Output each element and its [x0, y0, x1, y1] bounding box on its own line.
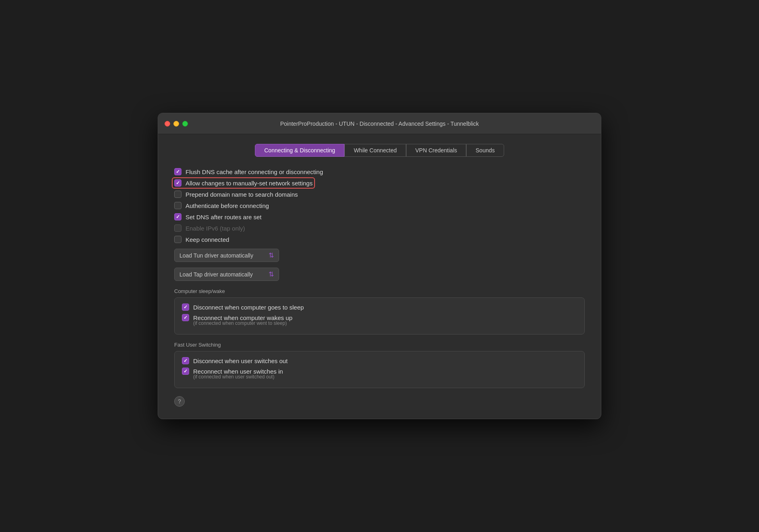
window-title: PointerProProduction - UTUN - Disconnect… [280, 121, 479, 127]
maximize-button[interactable] [182, 121, 188, 127]
keep-connected-checkbox[interactable] [174, 236, 181, 243]
reconnect-wake-note: (if connected when computer went to slee… [193, 320, 577, 326]
disconnect-sleep-row: Disconnect when computer goes to sleep [182, 303, 577, 311]
set-dns-label: Set DNS after routes are set [186, 214, 261, 220]
minimize-button[interactable] [173, 121, 179, 127]
flush-dns-checkbox[interactable] [174, 168, 181, 175]
tab-bar: Connecting & Disconnecting While Connect… [170, 144, 589, 157]
reconnect-wake-checkbox[interactable] [182, 314, 189, 321]
prepend-domain-label: Prepend domain name to search domains [186, 191, 298, 198]
tun-driver-arrow-icon: ⇅ [269, 251, 274, 259]
tap-driver-row: Load Tap driver automatically ⇅ [174, 268, 585, 281]
tun-driver-row: Load Tun driver automatically ⇅ [174, 249, 585, 262]
content-area: Connecting & Disconnecting While Connect… [158, 134, 601, 419]
disconnect-switch-checkbox[interactable] [182, 357, 189, 364]
fast-user-group: Disconnect when user switches out Reconn… [174, 351, 585, 388]
tab-connecting[interactable]: Connecting & Disconnecting [255, 144, 344, 157]
keep-connected-label: Keep connected [186, 236, 229, 243]
disconnect-sleep-checkbox[interactable] [182, 303, 189, 311]
allow-changes-highlighted: Allow changes to manually-set network se… [174, 179, 313, 187]
tap-driver-label: Load Tap driver automatically [179, 271, 253, 278]
authenticate-checkbox[interactable] [174, 202, 181, 209]
main-window: PointerProProduction - UTUN - Disconnect… [158, 113, 601, 419]
tab-sounds[interactable]: Sounds [466, 144, 504, 157]
help-button[interactable]: ? [174, 396, 185, 407]
authenticate-row: Authenticate before connecting [174, 202, 585, 209]
titlebar: PointerProProduction - UTUN - Disconnect… [158, 113, 601, 134]
enable-ipv6-label: Enable IPv6 (tap only) [186, 225, 245, 232]
close-button[interactable] [165, 121, 170, 127]
allow-changes-checkbox[interactable] [174, 179, 181, 187]
reconnect-switch-label: Reconnect when user switches in [193, 368, 283, 375]
tap-driver-arrow-icon: ⇅ [269, 270, 274, 278]
reconnect-switch-checkbox[interactable] [182, 368, 189, 375]
enable-ipv6-checkbox [174, 224, 181, 232]
fast-user-section-label: Fast User Switching [174, 342, 585, 348]
reconnect-switch-note: (if connected when user switched out) [193, 374, 577, 380]
tap-driver-dropdown[interactable]: Load Tap driver automatically ⇅ [174, 268, 279, 281]
sleep-wake-group: Disconnect when computer goes to sleep R… [174, 297, 585, 335]
keep-connected-row: Keep connected [174, 236, 585, 243]
disconnect-switch-row: Disconnect when user switches out [182, 357, 577, 364]
disconnect-switch-label: Disconnect when user switches out [193, 357, 288, 364]
reconnect-wake-label: Reconnect when computer wakes up [193, 314, 292, 321]
sleep-wake-section-label: Computer sleep/wake [174, 288, 585, 294]
settings-area: Flush DNS cache after connecting or disc… [170, 168, 589, 407]
authenticate-label: Authenticate before connecting [186, 202, 269, 209]
set-dns-row: Set DNS after routes are set [174, 213, 585, 220]
prepend-domain-row: Prepend domain name to search domains [174, 191, 585, 198]
allow-changes-label: Allow changes to manually-set network se… [186, 180, 313, 187]
prepend-domain-checkbox[interactable] [174, 191, 181, 198]
traffic-lights [165, 121, 188, 127]
tun-driver-label: Load Tun driver automatically [179, 252, 253, 259]
disconnect-sleep-label: Disconnect when computer goes to sleep [193, 304, 304, 311]
allow-changes-row: Allow changes to manually-set network se… [174, 179, 585, 187]
enable-ipv6-row: Enable IPv6 (tap only) [174, 224, 585, 232]
tab-while-connected[interactable]: While Connected [344, 144, 406, 157]
set-dns-checkbox[interactable] [174, 213, 181, 220]
tun-driver-dropdown[interactable]: Load Tun driver automatically ⇅ [174, 249, 279, 262]
flush-dns-label: Flush DNS cache after connecting or disc… [186, 168, 323, 175]
flush-dns-row: Flush DNS cache after connecting or disc… [174, 168, 585, 175]
tab-vpn-credentials[interactable]: VPN Credentials [406, 144, 467, 157]
